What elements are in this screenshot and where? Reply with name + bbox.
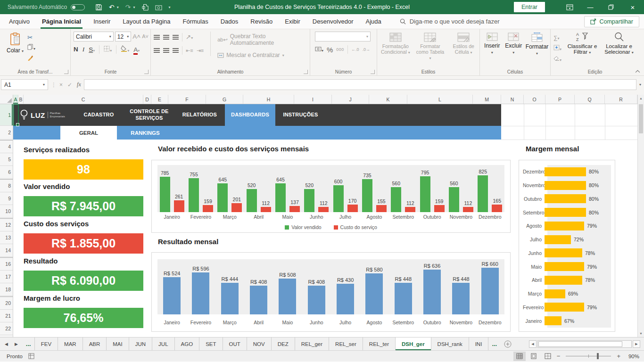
scroll-down-arrow[interactable]: ▼ [638,332,644,335]
align-left-button[interactable] [154,48,160,53]
sheet-overflow-left[interactable]: ... [23,337,34,350]
sheet-scroll-right-button[interactable]: ▶ [15,342,18,346]
nav-item-cadastro[interactable]: CADASTRO [74,104,124,126]
new-sheet-button[interactable] [500,337,515,350]
row-header-14[interactable]: 14 [0,244,13,257]
decrease-font-button[interactable]: A˅ [142,34,149,39]
column-header-r[interactable]: R [605,95,637,104]
align-bottom-button[interactable] [173,35,179,40]
copy-dropdown-icon[interactable]: ▾ [33,47,35,51]
row-header-4[interactable]: 4 [0,140,13,153]
ribbon-tab-exibir[interactable]: Exibir [279,14,306,29]
row-header-2[interactable]: 2 [0,126,13,140]
paste-button[interactable]: Colar ▾ [3,33,27,63]
column-header-g[interactable]: G [206,95,243,104]
format-painter-button[interactable] [27,54,35,63]
redo-button[interactable]: ↷ [125,3,131,11]
ribbon-tab-formulas[interactable]: Fórmulas [177,14,215,29]
decrease-indent-button[interactable]: ⇤≡ [186,48,193,53]
camera-button[interactable] [155,4,162,10]
orientation-button[interactable]: ↗▾ [186,34,193,41]
horizontal-scrollbar[interactable]: ◀ ▶ [529,337,644,350]
insert-cells-button[interactable]: Inserir▾ [483,33,502,56]
font-size-select[interactable]: 12▾ [115,32,132,41]
column-header-c[interactable]: C [24,95,143,104]
column-header-k[interactable]: K [369,95,407,104]
row-header-22[interactable]: 22 [0,322,13,335]
fill-color-button[interactable]: ▾ [121,45,129,54]
percent-style-button[interactable]: % [327,46,333,53]
sheet-tab-dsh_rank[interactable]: DSH_rank [431,337,469,350]
sheet-tab-set[interactable]: SET [199,337,223,350]
column-header-o[interactable]: O [524,95,545,104]
sheet-tab-mai[interactable]: MAI [107,337,129,350]
zoom-level[interactable]: 90% [623,354,639,359]
sheet-tab-rel_ter[interactable]: REL_ter [363,337,396,350]
wrap-text-button[interactable]: ab↩ Quebrar Texto Automaticamente [217,33,308,46]
column-header-f[interactable]: F [168,95,206,104]
restore-button[interactable] [601,0,621,14]
increase-indent-button[interactable]: ⇥≡ [197,48,204,53]
increase-decimal-button[interactable]: ←.0 [351,48,359,52]
decrease-decimal-button[interactable]: .0→ [362,48,370,52]
row-header-21[interactable]: 21 [0,310,13,322]
merge-center-button[interactable]: Mesclar e Centralizar▾ [217,52,308,58]
column-header-j[interactable]: J [332,95,369,104]
font-color-button[interactable]: A▾ [133,45,140,54]
clipboard-dialog-launcher[interactable] [64,70,68,74]
copy-button[interactable]: ▾ [27,43,35,52]
ribbon-tab-ajuda[interactable]: Ajuda [359,14,387,29]
row-header-6[interactable]: 6 [0,166,13,179]
redo-dropdown-icon[interactable]: ▾ [133,5,135,9]
tell-me-search[interactable]: Diga-me o que você deseja fazer [400,18,500,25]
row-header-1[interactable]: 1 [0,104,13,126]
font-dialog-launcher[interactable] [144,70,149,74]
sheet-tab-ini[interactable]: INI [469,337,489,350]
number-format-select[interactable]: ▾ [315,32,371,41]
scroll-up-arrow[interactable]: ▲ [638,97,644,100]
increase-font-button[interactable]: A˄ [132,33,140,40]
sheet-tab-mar[interactable]: MAR [58,337,83,350]
number-dialog-launcher[interactable] [371,70,375,74]
sheet-tab-nov[interactable]: NOV [247,337,272,350]
format-as-table-button[interactable]: Formatar como Tabela ▾ [415,33,446,60]
row-header-12[interactable]: 12 [0,219,13,231]
column-header-h[interactable]: H [243,95,294,104]
cancel-entry-button[interactable]: × [59,82,63,88]
column-header-b[interactable]: B [18,95,24,104]
page-break-view-button[interactable] [542,352,554,361]
find-select-button[interactable]: Localizar e Selecionar ▾ [603,32,635,63]
sheet-tab-fev[interactable]: FEV [34,337,58,350]
minimize-button[interactable]: — [580,0,601,14]
align-middle-button[interactable] [163,35,169,40]
fill-button[interactable]: ▾ [553,44,561,52]
ribbon-tab-revisao[interactable]: Revisão [244,14,279,29]
qat-customize-button[interactable]: ▾ [169,5,171,9]
confirm-entry-button[interactable]: ✓ [67,82,72,88]
column-header-d[interactable]: D [143,95,151,104]
sort-filter-button[interactable]: AZ Classificar e Filtrar ▾ [566,32,598,63]
close-button[interactable]: × [621,0,644,14]
expand-formula-bar-button[interactable]: ▾ [639,82,641,87]
delete-cells-button[interactable]: Excluir▾ [504,33,523,56]
row-header-17[interactable]: 17 [0,271,13,283]
sheet-tab-ago[interactable]: AGO [175,337,200,350]
column-header-m[interactable]: M [473,95,501,104]
row-header-16[interactable]: 16 [0,258,13,271]
ribbon-tab-desenvolvedor[interactable]: Desenvolvedor [306,14,360,29]
page-layout-view-button[interactable] [528,352,540,361]
accounting-format-button[interactable]: ▾ [315,45,323,54]
nav-item-instrucoes[interactable]: INSTRUÇÕES [275,104,326,126]
sheet-tab-jun[interactable]: JUN [129,337,152,350]
italic-button[interactable]: I [83,46,85,53]
font-name-select[interactable]: Calibri▾ [74,32,114,41]
ribbon-tab-pagina-inicial[interactable]: Página Inicial [36,14,87,29]
formula-input[interactable] [84,79,636,90]
hscroll-right-arrow[interactable]: ▶ [633,340,640,348]
row-header-5[interactable]: 5 [0,153,13,166]
select-all-corner[interactable] [0,95,13,104]
column-header-i[interactable]: I [294,95,332,104]
share-button[interactable]: Compartilhar [584,16,639,27]
column-header-n[interactable]: N [501,95,524,104]
sheet-tab-out[interactable]: OUT [223,337,247,350]
